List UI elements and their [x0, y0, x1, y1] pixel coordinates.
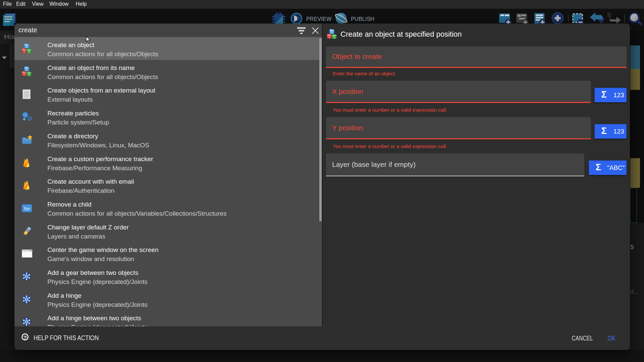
- svg-text:Var: Var: [24, 206, 30, 211]
